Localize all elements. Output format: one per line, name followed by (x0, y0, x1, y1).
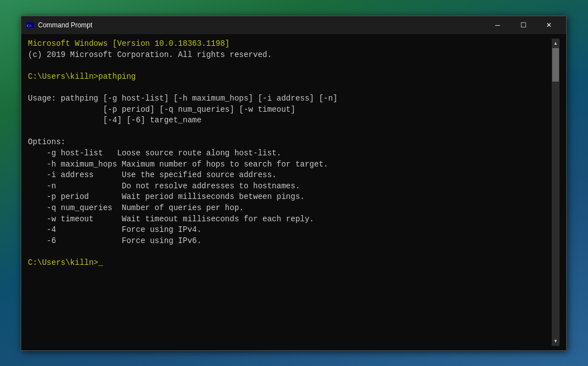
window-controls: ─ ☐ ✕ (485, 16, 562, 34)
close-button[interactable]: ✕ (536, 16, 562, 34)
minimize-button[interactable]: ─ (485, 16, 510, 34)
window-title: Command Prompt (38, 21, 485, 29)
restore-button[interactable]: ☐ (510, 16, 536, 34)
scroll-down-arrow[interactable]: ▼ (552, 336, 560, 346)
cmd-icon: C:\ (26, 21, 35, 30)
title-bar: C:\ Command Prompt ─ ☐ ✕ (21, 16, 566, 34)
svg-text:C:\: C:\ (27, 23, 32, 28)
terminal-output[interactable]: Microsoft Windows [Version 10.0.18363.11… (28, 39, 552, 346)
scrollbar[interactable]: ▲ ▼ (552, 39, 560, 346)
scroll-up-arrow[interactable]: ▲ (552, 39, 560, 48)
scrollbar-thumb[interactable] (552, 48, 559, 82)
cmd-window: C:\ Command Prompt ─ ☐ ✕ Microsoft Windo… (21, 16, 567, 351)
scrollbar-track (552, 48, 560, 336)
terminal-body: Microsoft Windows [Version 10.0.18363.11… (21, 34, 566, 350)
